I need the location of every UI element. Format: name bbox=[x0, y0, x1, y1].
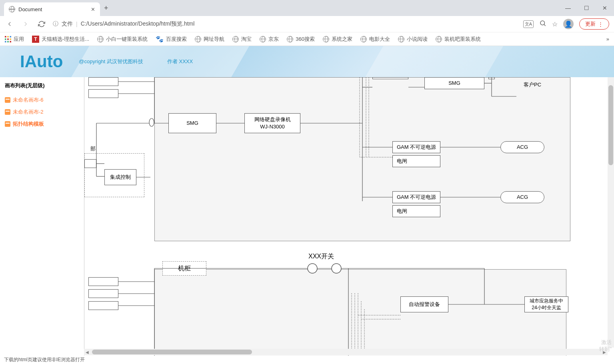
bookmark-360[interactable]: 360搜索 bbox=[287, 36, 315, 43]
copyright: @copyright 武汉智优图科技 bbox=[79, 58, 143, 65]
update-button[interactable]: 更新 ⋮ bbox=[579, 18, 609, 30]
author: 作者 XXXX bbox=[167, 58, 193, 65]
cabinet-box: 机柜 bbox=[162, 261, 206, 276]
globe-icon bbox=[398, 36, 404, 42]
browser-tab[interactable]: Document ✕ bbox=[4, 2, 100, 16]
profile-icon[interactable]: 👤 bbox=[563, 19, 574, 29]
file-icon bbox=[5, 97, 10, 103]
scrollbar-thumb[interactable] bbox=[608, 85, 613, 165]
browser-chrome: Document ✕ + — ☐ ✕ ⓘ 文件 | C:/Users/Admin… bbox=[0, 0, 614, 46]
svg-rect-7 bbox=[5, 41, 6, 42]
svg-rect-9 bbox=[10, 41, 11, 42]
watermark: 激活 转到" bbox=[599, 339, 612, 353]
page-header: IAuto @copyright 武汉智优图科技 作者 XXXX bbox=[0, 46, 614, 77]
scroll-left-arrow[interactable]: ◀ bbox=[84, 349, 90, 355]
globe-icon bbox=[232, 36, 239, 42]
sidebar-title: 画布列表(无层级) bbox=[5, 82, 79, 89]
globe-icon bbox=[195, 36, 201, 42]
bookmark-taobao[interactable]: 淘宝 bbox=[232, 36, 252, 43]
smg2-box: SMG bbox=[424, 77, 484, 89]
reload-button[interactable] bbox=[37, 20, 46, 28]
bookmark-bar: 应用 T天猫精选-理想生活... 小白一键重装系统 🐾百度搜索 网址导航 淘宝 … bbox=[0, 32, 614, 46]
sidebar-item-topology[interactable]: 拓扑结构模板 bbox=[5, 118, 79, 130]
minimize-button[interactable]: — bbox=[559, 0, 577, 16]
url-input[interactable]: ⓘ 文件 | C:/Users/Administrator/Desktop/ht… bbox=[53, 20, 517, 28]
smg-box: SMG bbox=[168, 113, 216, 133]
scrollbar-horizontal[interactable]: ◀ ▶ bbox=[84, 349, 608, 355]
scrollbar-thumb[interactable] bbox=[92, 350, 252, 354]
box-cut-3 bbox=[84, 159, 96, 168]
bookmark-novel[interactable]: 小说阅读 bbox=[398, 36, 428, 43]
globe-icon bbox=[260, 36, 266, 42]
star-icon[interactable]: ☆ bbox=[552, 20, 558, 28]
bookmark-xiaobai[interactable]: 小白一键重装系统 bbox=[97, 36, 148, 43]
close-icon[interactable]: ✕ bbox=[91, 6, 95, 12]
new-tab-button[interactable]: + bbox=[104, 4, 108, 12]
file-icon bbox=[5, 109, 10, 115]
globe-icon bbox=[436, 36, 442, 42]
canvas[interactable]: 部 集成控制 SMG 网络硬盘录像机 WJ-N3000 SMG 客户PC GAM… bbox=[84, 77, 614, 356]
sidebar-item-canvas-6[interactable]: 未命名画布-6 bbox=[5, 94, 79, 106]
bookmark-nav[interactable]: 网址导航 bbox=[195, 36, 224, 43]
gam-box-1: GAM 不可逆电源 bbox=[392, 141, 440, 153]
bookmark-overflow[interactable]: » bbox=[606, 36, 609, 42]
globe-icon bbox=[287, 36, 293, 42]
globe-icon bbox=[97, 36, 104, 42]
translate-icon[interactable]: 文A bbox=[523, 20, 534, 28]
window-controls: — ☐ ✕ bbox=[559, 0, 614, 16]
gam-box-2: GAM 不可逆电源 bbox=[392, 191, 440, 203]
auto-alarm-box: 自动报警设备 bbox=[400, 296, 448, 312]
baidu-icon: 🐾 bbox=[156, 35, 164, 43]
forward-button[interactable] bbox=[21, 20, 30, 28]
footer: 下载的html页建议使用非IE浏览器打开 bbox=[0, 355, 614, 364]
main-area: 画布列表(无层级) 未命名画布-6 未命名画布-2 拓扑结构模板 部 集成控制 … bbox=[0, 77, 614, 356]
bookmark-tmall[interactable]: T天猫精选-理想生活... bbox=[32, 36, 89, 43]
enclosure-upper bbox=[154, 77, 570, 241]
url-prefix: 文件 bbox=[62, 20, 73, 28]
logo: IAuto bbox=[20, 52, 63, 71]
acg-box-2: ACG bbox=[500, 191, 544, 203]
back-button[interactable] bbox=[5, 20, 14, 28]
bookmark-zhuangji[interactable]: 装机吧重装系统 bbox=[436, 36, 481, 43]
url-text: C:/Users/Administrator/Desktop/html预览.ht… bbox=[81, 20, 195, 28]
acg-box-1: ACG bbox=[500, 141, 544, 153]
address-bar-actions: 文A ☆ 👤 更新 ⋮ bbox=[523, 18, 609, 30]
box-cut-r2 bbox=[488, 77, 495, 79]
maximize-button[interactable]: ☐ bbox=[577, 0, 596, 16]
globe-icon bbox=[360, 36, 367, 42]
svg-point-0 bbox=[540, 21, 545, 25]
box-cut-b2 bbox=[88, 289, 118, 298]
sidebar: 画布列表(无层级) 未命名画布-6 未命名画布-2 拓扑结构模板 bbox=[0, 77, 84, 356]
apps-button[interactable]: 应用 bbox=[5, 36, 24, 43]
svg-rect-5 bbox=[7, 38, 9, 40]
nvr-box: 网络硬盘录像机 WJ-N3000 bbox=[244, 113, 300, 133]
zoom-icon[interactable] bbox=[539, 20, 546, 28]
integrated-control-box: 集成控制 bbox=[104, 169, 136, 185]
globe-icon bbox=[9, 6, 15, 12]
bookmark-baidu[interactable]: 🐾百度搜索 bbox=[156, 35, 187, 43]
switch-label: XXX开关 bbox=[308, 252, 334, 261]
client-pc-label: 客户PC bbox=[520, 81, 544, 88]
svg-rect-3 bbox=[10, 36, 11, 38]
bookmark-movie[interactable]: 电影大全 bbox=[360, 36, 390, 43]
hq-label: 部 bbox=[90, 145, 96, 152]
sidebar-item-canvas-2[interactable]: 未命名画布-2 bbox=[5, 106, 79, 118]
svg-rect-4 bbox=[5, 38, 6, 40]
box-cut-2 bbox=[88, 89, 118, 98]
gate-box-2: 电闸 bbox=[392, 205, 440, 217]
bookmark-jd[interactable]: 京东 bbox=[260, 36, 279, 43]
gate-box-1: 电闸 bbox=[392, 155, 440, 167]
svg-rect-1 bbox=[5, 36, 6, 38]
footer-text: 下载的html页建议使用非IE浏览器打开 bbox=[4, 356, 85, 363]
svg-rect-2 bbox=[7, 36, 9, 38]
enclosure-lower bbox=[154, 269, 566, 356]
bookmark-xitong[interactable]: 系统之家 bbox=[323, 36, 352, 43]
file-icon bbox=[5, 121, 10, 127]
svg-rect-8 bbox=[7, 41, 9, 42]
svg-rect-6 bbox=[10, 38, 11, 40]
address-bar: ⓘ 文件 | C:/Users/Administrator/Desktop/ht… bbox=[0, 16, 614, 32]
close-button[interactable]: ✕ bbox=[596, 0, 614, 16]
diagram: 部 集成控制 SMG 网络硬盘录像机 WJ-N3000 SMG 客户PC GAM… bbox=[84, 77, 614, 356]
scrollbar-vertical[interactable] bbox=[608, 77, 614, 348]
box-cut-b3 bbox=[88, 301, 118, 310]
